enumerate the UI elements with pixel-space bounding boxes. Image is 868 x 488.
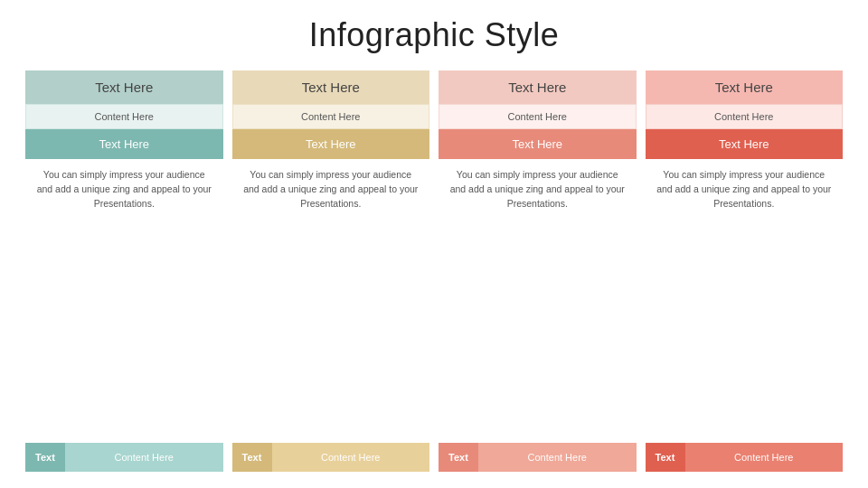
card-col2: Text Here Content Here Text Here You can… <box>439 70 637 472</box>
card-desc-3: You can simply impress your audience and… <box>646 159 844 443</box>
card-subheader-0: Text Here <box>25 129 223 159</box>
footer-label-3: Text <box>646 443 685 472</box>
card-subheader-2: Text Here <box>439 129 637 159</box>
card-header-0: Text Here <box>25 70 223 104</box>
card-desc-2: You can simply impress your audience and… <box>439 159 637 443</box>
footer-label-0: Text <box>25 443 65 472</box>
card-desc-1: You can simply impress your audience and… <box>232 159 430 443</box>
card-col1: Text Here Content Here Text Here You can… <box>232 70 430 472</box>
card-header-3: Text Here <box>646 70 844 104</box>
card-subheader-1: Text Here <box>232 129 430 159</box>
infographic-grid: Text Here Content Here Text Here You can… <box>25 70 843 472</box>
footer-content-1: Content Here <box>272 443 430 472</box>
card-footer-2: Text Content Here <box>439 443 637 472</box>
card-content-3: Content Here <box>646 104 844 129</box>
card-content-1: Content Here <box>232 104 430 129</box>
card-desc-0: You can simply impress your audience and… <box>25 159 223 443</box>
card-header-2: Text Here <box>439 70 637 104</box>
footer-label-1: Text <box>232 443 272 472</box>
card-header-1: Text Here <box>232 70 430 104</box>
footer-content-3: Content Here <box>685 443 844 472</box>
page: Infographic Style Text Here Content Here… <box>0 0 868 488</box>
card-footer-0: Text Content Here <box>25 443 223 472</box>
card-col3: Text Here Content Here Text Here You can… <box>646 70 844 472</box>
footer-content-0: Content Here <box>65 443 223 472</box>
card-col0: Text Here Content Here Text Here You can… <box>25 70 223 472</box>
card-content-0: Content Here <box>25 104 223 129</box>
page-title: Infographic Style <box>25 16 843 54</box>
card-content-2: Content Here <box>439 104 637 129</box>
footer-label-2: Text <box>439 443 478 472</box>
card-subheader-3: Text Here <box>646 129 844 159</box>
card-footer-1: Text Content Here <box>232 443 430 472</box>
card-footer-3: Text Content Here <box>646 443 844 472</box>
footer-content-2: Content Here <box>478 443 637 472</box>
